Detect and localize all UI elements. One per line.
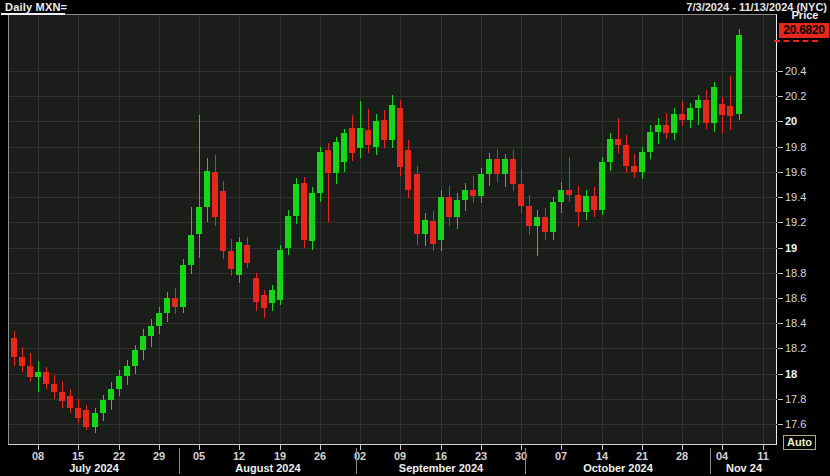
y-tick-label: 19.2 <box>785 216 829 228</box>
auto-scale-button[interactable]: Auto <box>783 435 816 450</box>
x-tick-mark <box>561 445 562 450</box>
x-tick-label: 23 <box>468 450 494 462</box>
month-label: July 2024 <box>29 462 159 474</box>
x-tick-mark <box>441 445 442 450</box>
x-tick-label: 08 <box>25 450 51 462</box>
y-tick-mark <box>778 71 783 72</box>
x-tick-label: 11 <box>750 450 776 462</box>
y-tick-mark <box>778 147 783 148</box>
y-tick-mark <box>778 424 783 425</box>
x-tick-mark <box>239 445 240 450</box>
y-tick-mark <box>778 298 783 299</box>
y-tick-label: 17.6 <box>785 418 829 430</box>
y-tick-label: 19.4 <box>785 191 829 203</box>
y-tick-label: 19 <box>785 242 829 254</box>
y-tick-label: 18.8 <box>785 267 829 279</box>
x-tick-mark <box>119 445 120 450</box>
x-tick-mark <box>722 445 723 450</box>
price-axis-title: Price <box>781 9 829 21</box>
x-tick-label: 28 <box>669 450 695 462</box>
y-tick-label: 18.2 <box>785 342 829 354</box>
x-tick-label: 02 <box>347 450 373 462</box>
x-tick-mark <box>360 445 361 450</box>
x-tick-label: 29 <box>146 450 172 462</box>
y-tick-label: 19.8 <box>785 141 829 153</box>
x-tick-mark <box>521 445 522 450</box>
title-underline <box>1 13 65 15</box>
y-tick-label: 18.6 <box>785 292 829 304</box>
y-tick-mark <box>778 323 783 324</box>
month-label: September 2024 <box>376 462 506 474</box>
month-label: August 2024 <box>203 462 333 474</box>
month-label: October 2024 <box>553 462 683 474</box>
y-tick-label: 20.4 <box>785 65 829 77</box>
x-tick-label: 07 <box>548 450 574 462</box>
y-tick-mark <box>778 374 783 375</box>
x-tick-label: 09 <box>387 450 413 462</box>
x-tick-label: 22 <box>106 450 132 462</box>
x-tick-mark <box>159 445 160 450</box>
x-tick-label: 21 <box>629 450 655 462</box>
x-tick-mark <box>38 445 39 450</box>
last-price-dashed-line <box>774 40 818 42</box>
y-tick-mark <box>778 248 783 249</box>
y-tick-label: 20.2 <box>785 90 829 102</box>
x-tick-mark <box>320 445 321 450</box>
y-tick-mark <box>778 96 783 97</box>
chart-title: Daily MXN= <box>5 1 67 13</box>
month-separator <box>356 448 357 474</box>
y-tick-label: 19.6 <box>785 166 829 178</box>
x-tick-label: 15 <box>65 450 91 462</box>
x-tick-label: 16 <box>428 450 454 462</box>
y-tick-mark <box>778 172 783 173</box>
x-tick-label: 14 <box>589 450 615 462</box>
month-separator <box>179 448 180 474</box>
x-tick-mark <box>481 445 482 450</box>
y-tick-label: 18 <box>785 368 829 380</box>
month-separator <box>710 448 711 474</box>
x-tick-label: 26 <box>307 450 333 462</box>
chart-window: Daily MXN= 7/3/2024 - 11/13/2024 (NYC) 2… <box>0 0 830 476</box>
month-separator <box>525 448 526 474</box>
y-tick-mark <box>778 121 783 122</box>
month-label: Nov 24 <box>679 462 809 474</box>
x-tick-mark <box>280 445 281 450</box>
x-tick-label: 19 <box>267 450 293 462</box>
x-tick-label: 30 <box>508 450 534 462</box>
y-tick-mark <box>778 273 783 274</box>
y-tick-label: 20 <box>785 115 829 127</box>
x-tick-mark <box>682 445 683 450</box>
x-tick-mark <box>642 445 643 450</box>
y-tick-mark <box>778 399 783 400</box>
x-tick-mark <box>602 445 603 450</box>
x-tick-mark <box>199 445 200 450</box>
x-tick-mark <box>400 445 401 450</box>
x-tick-label: 12 <box>226 450 252 462</box>
y-tick-mark <box>778 222 783 223</box>
x-tick-label: 05 <box>186 450 212 462</box>
y-tick-label: 18.4 <box>785 317 829 329</box>
last-price-badge: 20.6820 <box>779 23 829 38</box>
y-tick-mark <box>778 197 783 198</box>
x-tick-mark <box>78 445 79 450</box>
y-tick-label: 17.8 <box>785 393 829 405</box>
x-tick-label: 04 <box>709 450 735 462</box>
x-tick-mark <box>763 445 764 450</box>
plot-area[interactable] <box>8 14 777 445</box>
y-tick-mark <box>778 348 783 349</box>
